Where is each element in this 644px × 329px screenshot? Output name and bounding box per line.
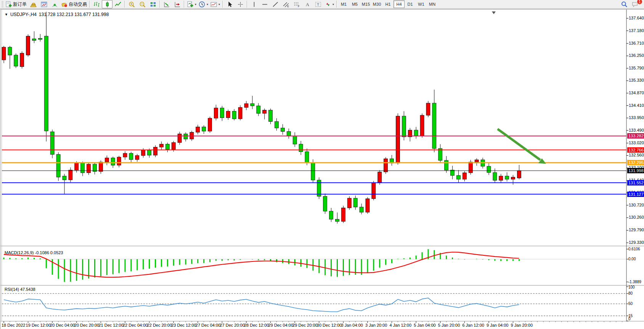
line-chart-button[interactable]	[112, 0, 123, 8]
timeframe-m15-button[interactable]: M15	[360, 0, 371, 8]
notifications-button[interactable]: 1	[630, 0, 640, 8]
crosshair-button[interactable]	[235, 0, 246, 8]
tile-windows-button[interactable]	[148, 0, 158, 8]
new-order-button[interactable]: 新订单	[4, 0, 28, 8]
candle-body	[196, 127, 200, 132]
candle-body	[141, 150, 145, 155]
indicators-button[interactable]: ▾	[186, 0, 198, 8]
timeframe-mn-button[interactable]: MN	[427, 0, 438, 8]
trendline-button[interactable]	[270, 0, 281, 8]
candle-body	[372, 183, 376, 199]
candle-body	[129, 153, 133, 160]
signal-button[interactable]	[49, 0, 60, 8]
svg-text:E: E	[287, 5, 289, 7]
templates-button[interactable]: ▾	[209, 0, 221, 8]
toolbar-separator	[159, 1, 160, 8]
candle-body	[420, 115, 424, 136]
text-icon: A	[304, 1, 311, 8]
horizontal-line-button[interactable]	[259, 0, 270, 8]
candle-body	[378, 172, 382, 183]
price-tick: 135.790	[629, 66, 644, 70]
zoom-out-button[interactable]	[137, 0, 148, 8]
time-label: 27 Dec 04:00	[196, 323, 220, 327]
candle-body	[445, 160, 448, 170]
candle-body	[457, 176, 461, 179]
price-tick: 137.180	[629, 28, 644, 33]
channel-button[interactable]: E	[281, 0, 291, 8]
price-tick: 136.710	[629, 41, 644, 45]
symbol-menu-caret-icon[interactable]: ▼	[5, 13, 8, 16]
time-label: 20 Dec 20:00	[74, 323, 99, 327]
gold-bars-button[interactable]	[28, 0, 39, 8]
candle-body	[56, 155, 60, 177]
candle-body	[263, 110, 267, 113]
auto-trade-button[interactable]: 自动交易	[60, 0, 88, 8]
auto-scroll-button[interactable]	[161, 0, 172, 8]
notification-badge: 1	[637, 0, 642, 5]
candle-body	[184, 134, 188, 139]
line-chart-icon	[115, 1, 121, 8]
indicators-icon	[187, 1, 193, 8]
symbol-period: USDJPY-,H4	[10, 12, 37, 17]
candle-body	[299, 144, 303, 152]
macd-axis-tick: 0.00	[628, 257, 636, 261]
chart-canvas[interactable]	[1, 10, 644, 329]
chart-title-line[interactable]: ▼ USDJPY-,H4 131.728 132.213 131.677 131…	[5, 12, 109, 17]
vertical-line-button[interactable]	[249, 0, 259, 8]
macd-axis-tick: -1.3889	[628, 280, 641, 284]
timeframe-h4-button[interactable]: H4	[393, 0, 405, 8]
time-label: 5 Jan 04:00	[414, 323, 436, 327]
candle-body	[336, 219, 339, 221]
price-tick: 135.330	[629, 78, 644, 82]
candle-body	[329, 211, 333, 219]
candle-body	[511, 177, 515, 179]
indicators-dropdown-caret-icon[interactable]: ▾	[195, 3, 196, 6]
candle-body	[148, 150, 151, 155]
rsi-axis-tick: 50	[628, 302, 633, 306]
rsi-axis-tick: 80	[628, 291, 633, 295]
time-label: 3 Jan 04:00	[341, 323, 363, 327]
candle-body	[69, 170, 72, 180]
candle-chart-button[interactable]	[102, 0, 112, 8]
candle-body	[202, 127, 206, 131]
chart-shift-icon	[174, 1, 181, 8]
price-badge-133.282: 133.282	[627, 133, 644, 139]
cursor-button[interactable]	[224, 0, 235, 8]
timeframe-m5-button[interactable]: M5	[349, 0, 360, 8]
candle-body	[487, 166, 491, 173]
arrows-tool-dropdown-caret-icon[interactable]: ▾	[332, 3, 334, 6]
arrows-tool-icon	[324, 1, 331, 8]
candle-body	[159, 144, 163, 147]
templates-dropdown-caret-icon[interactable]: ▾	[218, 3, 220, 6]
candle-body	[463, 173, 466, 179]
fibonacci-icon: F	[294, 1, 300, 8]
timeframe-m30-button[interactable]: M30	[371, 0, 382, 8]
timeframe-m1-button[interactable]: M1	[338, 0, 349, 8]
time-label: 9 Jan 04:00	[487, 323, 509, 327]
candle-body	[469, 162, 472, 173]
candle-body	[105, 158, 109, 162]
timeframe-w1-button[interactable]: W1	[416, 0, 427, 8]
chart-window-button[interactable]	[39, 0, 49, 8]
timeframe-d1-button[interactable]: D1	[405, 0, 416, 8]
timeframe-h1-button[interactable]: H1	[382, 0, 393, 8]
search-button[interactable]	[619, 0, 630, 8]
macd-label: MACD(12,26,9) -0.1086 0.0523	[5, 250, 63, 255]
chart-shift-button[interactable]	[172, 0, 183, 8]
fibonacci-button[interactable]: F	[291, 0, 302, 8]
candle-body	[2, 47, 6, 60]
arrows-tool-button[interactable]: ▾	[323, 0, 335, 8]
time-label: 5 Jan 20:00	[438, 323, 460, 327]
rsi-axis-tick: 100	[628, 285, 635, 289]
text-button[interactable]: A	[302, 0, 313, 8]
bar-chart-button[interactable]	[91, 0, 102, 8]
candle-body	[117, 157, 121, 165]
candle-body	[402, 116, 406, 137]
candle-body	[165, 144, 169, 149]
time-label: 6 Jan 12:00	[462, 323, 484, 327]
periods-dropdown-caret-icon[interactable]: ▾	[207, 3, 208, 6]
time-label: 21 Dec 12:00	[98, 323, 123, 327]
text-label-button[interactable]: T	[313, 0, 323, 8]
periods-button[interactable]: ▾	[198, 0, 209, 8]
zoom-in-button[interactable]	[126, 0, 137, 8]
